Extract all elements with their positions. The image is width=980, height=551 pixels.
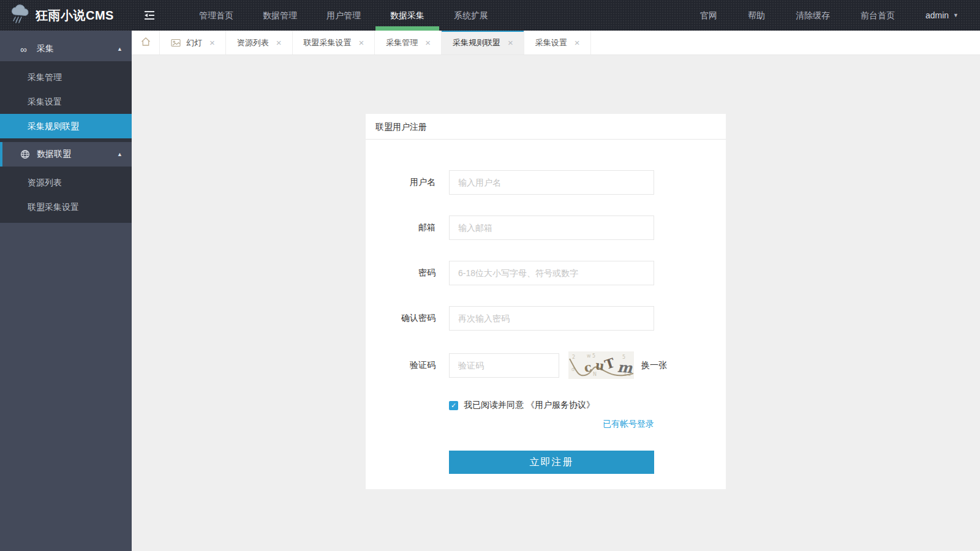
form-row-email: 邮箱	[366, 216, 726, 240]
top-nav: 管理首页 数据管理 用户管理 数据采集 系统扩展	[184, 0, 503, 31]
svg-text:m: m	[617, 358, 633, 376]
username-input[interactable]	[449, 170, 654, 195]
rain-cloud-icon	[10, 4, 31, 26]
active-nav-underline	[375, 26, 439, 31]
login-link-row: 已有帐号登录	[366, 418, 654, 430]
register-submit-button[interactable]: 立即注册	[449, 451, 654, 474]
register-card: 联盟用户注册 用户名 邮箱 密码 确认密码	[366, 114, 726, 489]
topnav-item-collect[interactable]: 数据采集	[375, 0, 439, 31]
close-icon[interactable]: ×	[506, 37, 515, 48]
official-site-link[interactable]: 官网	[685, 0, 733, 31]
close-icon[interactable]: ×	[357, 37, 366, 48]
close-icon[interactable]: ×	[274, 37, 284, 48]
globe-icon	[20, 149, 37, 159]
caret-down-icon: ▼	[953, 0, 959, 31]
topnav-item-home[interactable]: 管理首页	[184, 0, 248, 31]
sidebar-group-data-alliance[interactable]: 数据联盟 ▲	[0, 142, 132, 167]
tab-collect-manage[interactable]: 采集管理 ×	[375, 31, 442, 54]
frontend-home-link[interactable]: 前台首页	[845, 0, 910, 31]
email-input[interactable]	[449, 216, 654, 240]
confirm-password-label: 确认密码	[366, 313, 435, 324]
sidebar: ∞ 采集 ▲ 采集管理 采集设置 采集规则联盟 数据联盟 ▲ 资源列表 联盟采集…	[0, 31, 132, 551]
chevron-up-icon: ▲	[117, 46, 123, 52]
form-row-username: 用户名	[366, 170, 726, 195]
sidebar-item-resource-list[interactable]: 资源列表	[0, 170, 132, 195]
agreement-row: ✓ 我已阅读并同意 《用户服务协议》	[449, 400, 726, 411]
register-form: 用户名 邮箱 密码 确认密码	[366, 140, 726, 489]
form-row-captcha: 验证码 2 w 5 d N 5 1 2	[366, 351, 726, 379]
username: admin	[925, 0, 949, 31]
topnav-item-extend[interactable]: 系统扩展	[439, 0, 503, 31]
tab-collect-settings[interactable]: 采集设置 ×	[524, 31, 591, 54]
tab-slideshow[interactable]: 幻灯 ×	[160, 31, 226, 54]
sidebar-submenu-data-alliance: 资源列表 联盟采集设置	[0, 167, 132, 223]
clear-cache-link[interactable]: 清除缓存	[780, 0, 845, 31]
tab-resource-list[interactable]: 资源列表 ×	[226, 31, 293, 54]
sidebar-item-collect-settings[interactable]: 采集设置	[0, 89, 132, 114]
captcha-refresh-link[interactable]: 换一张	[641, 360, 667, 371]
sidebar-group-collect[interactable]: ∞ 采集 ▲	[0, 37, 132, 61]
link-icon: ∞	[20, 44, 37, 54]
agreement-text: 我已阅读并同意	[464, 400, 524, 411]
tab-alliance-collect-settings[interactable]: 联盟采集设置 ×	[293, 31, 375, 54]
sidebar-item-collect-manage[interactable]: 采集管理	[0, 65, 132, 89]
home-icon	[140, 36, 151, 50]
close-icon[interactable]: ×	[573, 37, 582, 48]
app-title: 狂雨小说CMS	[36, 7, 114, 24]
captcha-input[interactable]	[449, 353, 559, 378]
tabbar: 幻灯 × 资源列表 × 联盟采集设置 × 采集管理 × 采集规则联盟 × 采集设…	[132, 31, 980, 55]
sidebar-toggle-icon[interactable]	[132, 0, 167, 31]
topbar: 狂雨小说CMS 管理首页 数据管理 用户管理 数据采集 系统扩展 官网 帮助 清…	[0, 0, 980, 31]
home-tab[interactable]	[132, 31, 160, 54]
existing-account-login-link[interactable]: 已有帐号登录	[603, 419, 654, 429]
sidebar-item-alliance-collect-settings[interactable]: 联盟采集设置	[0, 195, 132, 219]
agreement-checkbox[interactable]: ✓	[449, 401, 458, 410]
help-link[interactable]: 帮助	[733, 0, 780, 31]
close-icon[interactable]: ×	[208, 37, 217, 48]
app-logo[interactable]: 狂雨小说CMS	[0, 0, 132, 31]
main-content: 联盟用户注册 用户名 邮箱 密码 确认密码	[132, 55, 980, 551]
form-row-confirm-password: 确认密码	[366, 306, 726, 331]
tab-collect-rule-alliance[interactable]: 采集规则联盟 ×	[442, 31, 524, 54]
sidebar-submenu-collect: 采集管理 采集设置 采集规则联盟	[0, 61, 132, 142]
topnav-item-data[interactable]: 数据管理	[248, 0, 312, 31]
confirm-password-input[interactable]	[449, 306, 654, 331]
captcha-image[interactable]: 2 w 5 d N 5 1 2 c u T m	[568, 351, 634, 379]
password-input[interactable]	[449, 261, 654, 285]
form-row-password: 密码	[366, 261, 726, 285]
captcha-label: 验证码	[366, 360, 435, 371]
chevron-up-icon: ▲	[117, 151, 123, 157]
svg-text:2: 2	[572, 354, 575, 360]
check-icon: ✓	[451, 402, 456, 410]
email-label: 邮箱	[366, 222, 435, 233]
image-icon	[171, 39, 181, 47]
topnav-item-users[interactable]: 用户管理	[312, 0, 375, 31]
password-label: 密码	[366, 268, 435, 279]
svg-text:w 5: w 5	[587, 353, 595, 359]
user-service-agreement-link[interactable]: 《用户服务协议》	[526, 400, 595, 411]
user-menu[interactable]: admin ▼	[910, 0, 974, 31]
sidebar-item-collect-rule-alliance[interactable]: 采集规则联盟	[0, 114, 132, 138]
close-icon[interactable]: ×	[423, 37, 432, 48]
card-title: 联盟用户注册	[366, 114, 726, 140]
topbar-right-nav: 官网 帮助 清除缓存 前台首页 admin ▼	[685, 0, 974, 31]
username-label: 用户名	[366, 177, 435, 188]
